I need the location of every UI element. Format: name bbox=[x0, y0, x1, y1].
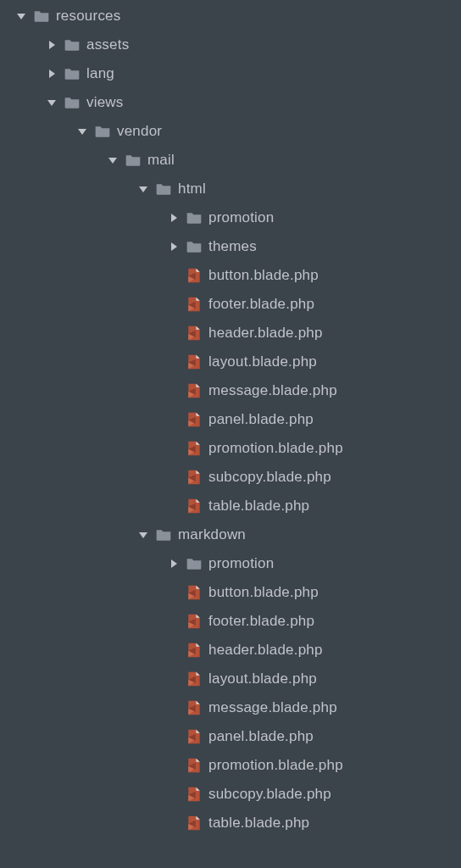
file-label: message.blade.php bbox=[208, 382, 337, 399]
folder-icon bbox=[124, 151, 142, 170]
file-label: table.blade.php bbox=[208, 498, 309, 515]
folder-icon bbox=[32, 7, 51, 25]
tree-file-row[interactable]: promotion.blade.php bbox=[0, 751, 461, 780]
folder-label: resources bbox=[56, 8, 120, 25]
tree-file-row[interactable]: button.blade.php bbox=[0, 578, 461, 607]
file-label: panel.blade.php bbox=[208, 728, 314, 745]
tree-folder-row[interactable]: html bbox=[0, 175, 461, 203]
blade-file-icon bbox=[185, 814, 203, 832]
tree-file-row[interactable]: table.blade.php bbox=[0, 809, 461, 837]
folder-label: themes bbox=[208, 238, 257, 255]
folder-label: promotion bbox=[208, 555, 274, 572]
tree-folder-row[interactable]: resources bbox=[0, 2, 461, 31]
tree-folder-row[interactable]: assets bbox=[0, 31, 461, 59]
tree-folder-row[interactable]: markdown bbox=[0, 520, 461, 549]
blade-file-icon bbox=[185, 266, 203, 285]
file-label: promotion.blade.php bbox=[208, 440, 343, 457]
folder-icon bbox=[185, 209, 203, 227]
tree-file-row[interactable]: layout.blade.php bbox=[0, 665, 461, 693]
svg-marker-3 bbox=[47, 100, 56, 106]
folder-label: markdown bbox=[178, 526, 246, 543]
file-label: table.blade.php bbox=[208, 815, 309, 832]
folder-icon bbox=[154, 180, 173, 198]
tree-file-row[interactable]: footer.blade.php bbox=[0, 607, 461, 636]
tree-file-row[interactable]: message.blade.php bbox=[0, 693, 461, 722]
folder-label: views bbox=[86, 94, 124, 111]
tree-folder-row[interactable]: themes bbox=[0, 232, 461, 261]
blade-file-icon bbox=[185, 439, 203, 458]
file-label: footer.blade.php bbox=[208, 296, 314, 313]
blade-file-icon bbox=[185, 641, 203, 659]
folder-icon bbox=[93, 122, 112, 141]
tree-folder-row[interactable]: vendor bbox=[0, 117, 461, 146]
tree-file-row[interactable]: header.blade.php bbox=[0, 319, 461, 348]
chevron-right-icon[interactable] bbox=[46, 39, 58, 51]
tree-folder-row[interactable]: promotion bbox=[0, 203, 461, 232]
tree-folder-row[interactable]: promotion bbox=[0, 549, 461, 578]
tree-file-row[interactable]: subcopy.blade.php bbox=[0, 780, 461, 809]
tree-folder-row[interactable]: views bbox=[0, 88, 461, 117]
chevron-down-icon[interactable] bbox=[137, 183, 149, 195]
svg-marker-0 bbox=[17, 14, 25, 19]
file-label: panel.blade.php bbox=[208, 411, 314, 428]
chevron-down-icon[interactable] bbox=[46, 97, 58, 108]
blade-file-icon bbox=[185, 612, 203, 631]
chevron-down-icon[interactable] bbox=[137, 529, 149, 541]
svg-marker-8 bbox=[171, 242, 177, 251]
chevron-down-icon[interactable] bbox=[107, 154, 119, 166]
file-label: subcopy.blade.php bbox=[208, 786, 331, 803]
svg-marker-4 bbox=[78, 129, 86, 135]
svg-marker-2 bbox=[49, 70, 55, 78]
tree-file-row[interactable]: message.blade.php bbox=[0, 376, 461, 405]
folder-icon bbox=[63, 36, 81, 54]
folder-icon bbox=[185, 237, 203, 256]
chevron-down-icon[interactable] bbox=[76, 125, 88, 137]
folder-icon bbox=[63, 64, 81, 83]
file-label: button.blade.php bbox=[208, 267, 319, 284]
blade-file-icon bbox=[185, 670, 203, 688]
chevron-right-icon[interactable] bbox=[168, 212, 180, 224]
file-label: promotion.blade.php bbox=[208, 757, 343, 774]
chevron-right-icon[interactable] bbox=[46, 68, 58, 80]
file-label: button.blade.php bbox=[208, 584, 319, 601]
folder-label: mail bbox=[147, 152, 175, 169]
blade-file-icon bbox=[185, 785, 203, 804]
blade-file-icon bbox=[185, 497, 203, 515]
folder-label: vendor bbox=[117, 123, 162, 140]
blade-file-icon bbox=[185, 324, 203, 342]
folder-icon bbox=[154, 526, 173, 544]
tree-file-row[interactable]: subcopy.blade.php bbox=[0, 463, 461, 492]
folder-icon bbox=[185, 554, 203, 573]
svg-marker-7 bbox=[171, 214, 177, 222]
chevron-right-icon[interactable] bbox=[168, 558, 180, 570]
folder-icon bbox=[63, 93, 81, 112]
tree-file-row[interactable]: panel.blade.php bbox=[0, 722, 461, 751]
blade-file-icon bbox=[185, 353, 203, 371]
file-tree[interactable]: resources assets lang views vendor mail … bbox=[0, 2, 461, 837]
tree-file-row[interactable]: button.blade.php bbox=[0, 261, 461, 290]
svg-marker-5 bbox=[108, 158, 117, 164]
tree-folder-row[interactable]: lang bbox=[0, 59, 461, 88]
folder-label: assets bbox=[86, 36, 129, 53]
folder-label: promotion bbox=[208, 209, 274, 226]
svg-marker-10 bbox=[171, 559, 177, 568]
tree-file-row[interactable]: panel.blade.php bbox=[0, 405, 461, 434]
tree-file-row[interactable]: table.blade.php bbox=[0, 492, 461, 520]
svg-marker-1 bbox=[49, 41, 55, 49]
tree-file-row[interactable]: promotion.blade.php bbox=[0, 434, 461, 463]
tree-file-row[interactable]: header.blade.php bbox=[0, 636, 461, 665]
svg-marker-6 bbox=[139, 186, 147, 192]
blade-file-icon bbox=[185, 698, 203, 717]
file-label: footer.blade.php bbox=[208, 613, 314, 630]
tree-folder-row[interactable]: mail bbox=[0, 146, 461, 175]
blade-file-icon bbox=[185, 756, 203, 775]
file-label: layout.blade.php bbox=[208, 670, 317, 687]
blade-file-icon bbox=[185, 381, 203, 400]
blade-file-icon bbox=[185, 410, 203, 429]
tree-file-row[interactable]: layout.blade.php bbox=[0, 348, 461, 376]
tree-file-row[interactable]: footer.blade.php bbox=[0, 290, 461, 319]
chevron-right-icon[interactable] bbox=[168, 241, 180, 253]
chevron-down-icon[interactable] bbox=[15, 10, 27, 22]
file-label: header.blade.php bbox=[208, 325, 323, 342]
folder-label: html bbox=[178, 181, 206, 198]
